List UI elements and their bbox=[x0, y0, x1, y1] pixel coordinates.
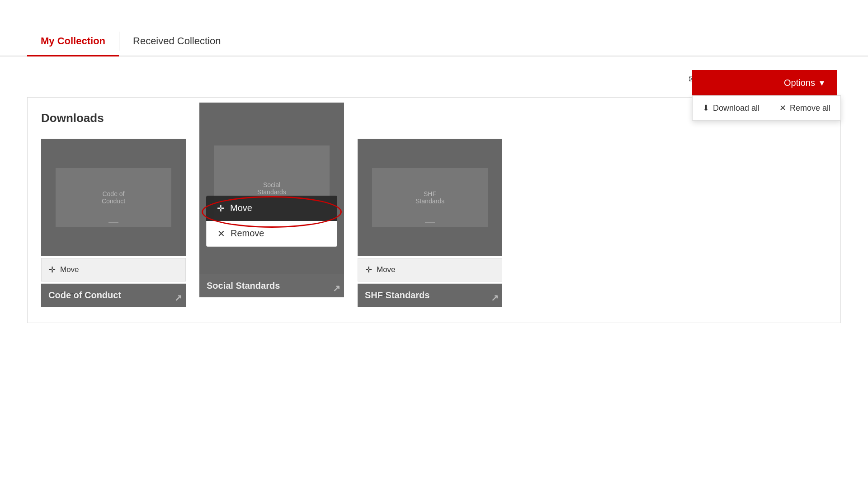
tab-my-collection[interactable]: My Collection bbox=[27, 27, 119, 56]
download-icon: ⬇ bbox=[703, 103, 709, 113]
card-arrow-1: ↗ bbox=[175, 292, 182, 303]
card-thumb-text-1: Code ofConduct bbox=[102, 190, 125, 205]
card-image-2: SocialStandards —— bbox=[199, 103, 344, 274]
card-move-3[interactable]: ✛ Move bbox=[358, 258, 502, 282]
card-image-3: SHFStandards —— bbox=[358, 139, 502, 256]
hover-remove-label: Remove bbox=[231, 228, 264, 239]
tabs-bar: My Collection Received Collection bbox=[0, 27, 868, 56]
card-thumb-text-3: SHFStandards bbox=[415, 190, 444, 205]
remove-all-label: Remove all bbox=[790, 103, 830, 113]
hover-move-label: Move bbox=[230, 203, 252, 213]
hover-remove-button[interactable]: ✕ Remove bbox=[206, 221, 337, 247]
options-dropdown: ⬇ Download all ✕ Remove all bbox=[692, 95, 841, 121]
card-thumb-text-2: SocialStandards bbox=[257, 181, 286, 196]
card-code-of-conduct: Code ofConduct —— Code of Conduct ↗ ✛ Mo… bbox=[41, 139, 186, 307]
move-label-3: Move bbox=[377, 265, 396, 274]
options-button-label: Options bbox=[784, 78, 815, 88]
card-meta-3: —— bbox=[358, 219, 502, 225]
options-area: Options ▾ ⬇ Download all ✕ Remove all bbox=[692, 70, 841, 121]
tab-received-collection[interactable]: Received Collection bbox=[119, 27, 234, 56]
move-label-1: Move bbox=[60, 265, 79, 274]
download-all-label: Download all bbox=[713, 103, 760, 113]
move-icon-1: ✛ bbox=[49, 265, 56, 275]
card-thumbnail-3: SHFStandards bbox=[372, 168, 488, 227]
card-move-1[interactable]: ✛ Move bbox=[41, 258, 186, 282]
card-thumbnail-1: Code ofConduct bbox=[56, 168, 171, 227]
card-title-1: Code of Conduct ↗ bbox=[41, 284, 186, 307]
card-image-1: Code ofConduct —— bbox=[41, 139, 186, 256]
remove-x-icon: ✕ bbox=[217, 228, 225, 239]
card-arrow-2: ↗ bbox=[333, 283, 340, 294]
downloads-box: Downloads Code ofConduct —— Code of Cond… bbox=[27, 97, 841, 323]
move-icon-3: ✛ bbox=[365, 265, 372, 275]
card-title-2: Social Standards ↗ bbox=[199, 274, 344, 297]
options-button[interactable]: Options ▾ bbox=[692, 70, 837, 95]
download-all-option[interactable]: ⬇ Download all bbox=[693, 96, 769, 120]
move-crosshair-icon: ✛ bbox=[217, 203, 225, 214]
remove-all-option[interactable]: ✕ Remove all bbox=[769, 96, 840, 120]
card-meta-1: —— bbox=[41, 219, 186, 225]
hover-move-button[interactable]: ✛ Move bbox=[206, 196, 337, 221]
card-social-standards: SocialStandards —— Social Standards ↗ ✛ … bbox=[199, 103, 344, 297]
card-title-3: SHF Standards ↗ bbox=[358, 284, 502, 307]
main-content: ✉ Create link ✕ Delete all content Optio… bbox=[0, 56, 868, 337]
cards-container: Code ofConduct —— Code of Conduct ↗ ✛ Mo… bbox=[41, 139, 827, 307]
remove-icon: ✕ bbox=[779, 103, 786, 113]
options-arrow-icon: ▾ bbox=[820, 77, 824, 88]
card-hover-menu: ✛ Move ✕ Remove bbox=[206, 196, 337, 247]
card-arrow-3: ↗ bbox=[491, 292, 499, 303]
card-shf-standards: SHFStandards —— SHF Standards ↗ ✛ Move ✕… bbox=[358, 139, 502, 307]
